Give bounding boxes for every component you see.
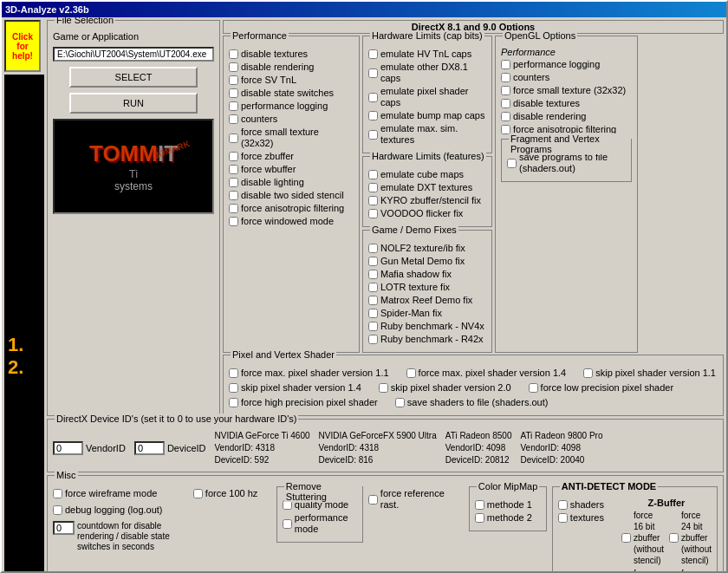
nolf2-cb[interactable] bbox=[368, 244, 378, 253]
textures-cb[interactable] bbox=[558, 513, 568, 523]
lotr-cb[interactable] bbox=[368, 283, 378, 292]
emulate-cube-cb[interactable] bbox=[368, 170, 378, 179]
disable-lighting-item: disable lighting bbox=[229, 177, 354, 188]
vendor-id-label: VendorID bbox=[86, 443, 126, 453]
perf-logging-item: performance logging bbox=[229, 101, 354, 112]
force24-nostencil-cb[interactable] bbox=[669, 533, 679, 543]
force16-nostencil-cb[interactable] bbox=[621, 533, 631, 543]
counters-cb[interactable] bbox=[229, 114, 238, 124]
gun-metal-cb[interactable] bbox=[368, 257, 378, 266]
perf-mode-cb[interactable] bbox=[283, 519, 292, 529]
run-button[interactable]: RUN bbox=[69, 93, 198, 114]
for-text: for bbox=[12, 42, 33, 51]
force-wbuffer-item: force wbuffer bbox=[229, 164, 354, 175]
misc-label: Misc bbox=[55, 470, 78, 480]
emulate-max-sim-cb[interactable] bbox=[368, 130, 378, 140]
force-ref-cb[interactable] bbox=[368, 495, 378, 505]
number-one: 1. bbox=[8, 334, 41, 356]
countdown-label: countdown for disable rendering / disabl… bbox=[77, 521, 188, 552]
ogl-small-tex-cb[interactable] bbox=[501, 86, 510, 95]
performance-label: Performance bbox=[231, 30, 289, 41]
force100hz-cb[interactable] bbox=[193, 489, 203, 498]
shaders-cb[interactable] bbox=[558, 500, 568, 510]
hw-limits-caps-label: Hardware Limits (cap bits) bbox=[370, 30, 484, 41]
logo-panel: TOMMIT 3DMARK Ti systems bbox=[53, 119, 214, 214]
force-wbuffer-cb[interactable] bbox=[229, 165, 238, 174]
hw-limits-features-group: Hardware Limits (features) emulate cube … bbox=[362, 156, 492, 227]
force-ps14-cb[interactable] bbox=[406, 368, 416, 378]
mafia-cb[interactable] bbox=[368, 270, 378, 279]
color-mipmap-label: Color MipMap bbox=[477, 481, 539, 492]
ogl-disable-tex-cb[interactable] bbox=[501, 99, 510, 108]
emulate-bump-cb[interactable] bbox=[368, 111, 378, 120]
disable-rendering-cb[interactable] bbox=[229, 62, 238, 72]
force-windowed-cb[interactable] bbox=[229, 217, 238, 226]
emulate-hv-tnl-cb[interactable] bbox=[368, 49, 378, 59]
ruby-nv4x-cb[interactable] bbox=[368, 322, 378, 331]
kyro-fix-cb[interactable] bbox=[368, 196, 378, 205]
disable-two-sided-cb[interactable] bbox=[229, 191, 238, 200]
disable-textures-cb[interactable] bbox=[229, 49, 238, 59]
wireframe-cb[interactable] bbox=[53, 489, 62, 498]
anti-detect-label: ANTI-DETECT MODE bbox=[560, 481, 658, 492]
force-small-tex-cb[interactable] bbox=[229, 133, 238, 143]
disable-state-switches-item: disable state switches bbox=[229, 88, 354, 99]
save-programs-cb[interactable] bbox=[507, 159, 517, 168]
click-text: Click bbox=[12, 32, 33, 42]
voodoo-fix-cb[interactable] bbox=[368, 209, 378, 218]
force-high-ps-cb[interactable] bbox=[229, 398, 238, 407]
emulate-dxt-cb[interactable] bbox=[368, 183, 378, 192]
help-button[interactable]: Click for help! bbox=[4, 20, 41, 72]
fragment-vertex-label: Fragment and Vertex Programs bbox=[509, 133, 631, 154]
color-mipmap-group: Color MipMap methode 1 methode 2 bbox=[469, 486, 547, 531]
device-ids-label: DirectX Device ID's (set it to 0 to use … bbox=[55, 413, 298, 424]
debug-logging-cb[interactable] bbox=[53, 505, 62, 515]
counters-item: counters bbox=[229, 114, 354, 125]
ogl-perf-log-cb[interactable] bbox=[501, 60, 510, 69]
ruby-r42x-cb[interactable] bbox=[368, 335, 378, 344]
skip-ps14-cb[interactable] bbox=[229, 383, 238, 393]
emulate-ps-caps-cb[interactable] bbox=[368, 93, 378, 102]
countdown-input[interactable] bbox=[53, 521, 75, 535]
perf-logging-cb[interactable] bbox=[229, 101, 238, 111]
disable-textures-item: disable textures bbox=[229, 49, 354, 60]
methode2-cb[interactable] bbox=[475, 513, 484, 523]
force-small-tex-item: force small texture (32x32) bbox=[229, 127, 354, 149]
disable-state-switches-cb[interactable] bbox=[229, 88, 238, 98]
skip-ps11-cb[interactable] bbox=[583, 368, 593, 378]
logo-systems: systems bbox=[89, 180, 178, 192]
remove-stutter-label: Remove Stuttering bbox=[284, 481, 362, 502]
device-ids-group: DirectX Device ID's (set it to 0 to use … bbox=[47, 419, 724, 472]
device-id-input[interactable] bbox=[134, 441, 165, 455]
disable-rendering-item: disable rendering bbox=[229, 62, 354, 73]
main-window: 3D-Analyze v2.36b Click for help! 1. 2. bbox=[0, 0, 728, 573]
force-low-ps-cb[interactable] bbox=[529, 383, 538, 393]
fragment-vertex-group: Fragment and Vertex Programs save progra… bbox=[501, 139, 632, 182]
app-path-input[interactable] bbox=[53, 47, 214, 62]
emulate-dx81-cb[interactable] bbox=[368, 68, 378, 78]
misc-group: Misc force wireframe mode debug logging … bbox=[47, 475, 724, 571]
ogl-counters-cb[interactable] bbox=[501, 73, 510, 82]
force-aniso-cb[interactable] bbox=[229, 204, 238, 213]
select-button[interactable]: SELECT bbox=[69, 67, 198, 88]
matrox-cb[interactable] bbox=[368, 296, 378, 305]
opengl-perf-label: Performance bbox=[501, 47, 632, 57]
zbuffer-title: Z-Buffer bbox=[621, 498, 712, 508]
force-sv-tnl-cb[interactable] bbox=[229, 75, 238, 85]
save-shaders-cb[interactable] bbox=[395, 398, 405, 407]
help-text: help! bbox=[12, 51, 33, 61]
vendor-id-field: VendorID bbox=[53, 441, 126, 455]
title-bar: 3D-Analyze v2.36b bbox=[2, 2, 726, 17]
game-demo-group: Game / Demo Fixes NOLF2 texture/ib fix G… bbox=[362, 230, 492, 353]
vendor-id-input[interactable] bbox=[53, 441, 83, 455]
disable-lighting-cb[interactable] bbox=[229, 178, 238, 187]
methode1-cb[interactable] bbox=[475, 500, 484, 510]
logo-ti: Ti bbox=[89, 167, 178, 180]
pixel-shader-group: Pixel and Vertex Shader force max. pixel… bbox=[223, 355, 724, 416]
skip-ps20-cb[interactable] bbox=[379, 383, 388, 393]
ogl-disable-render-cb[interactable] bbox=[501, 112, 510, 121]
spiderman-cb[interactable] bbox=[368, 309, 378, 318]
force-zbuffer-cb[interactable] bbox=[229, 152, 238, 161]
force-ps11-cb[interactable] bbox=[229, 368, 238, 378]
card-info-2: ATi Radeon 8500 VendorID: 4098 DeviceID:… bbox=[445, 430, 512, 466]
